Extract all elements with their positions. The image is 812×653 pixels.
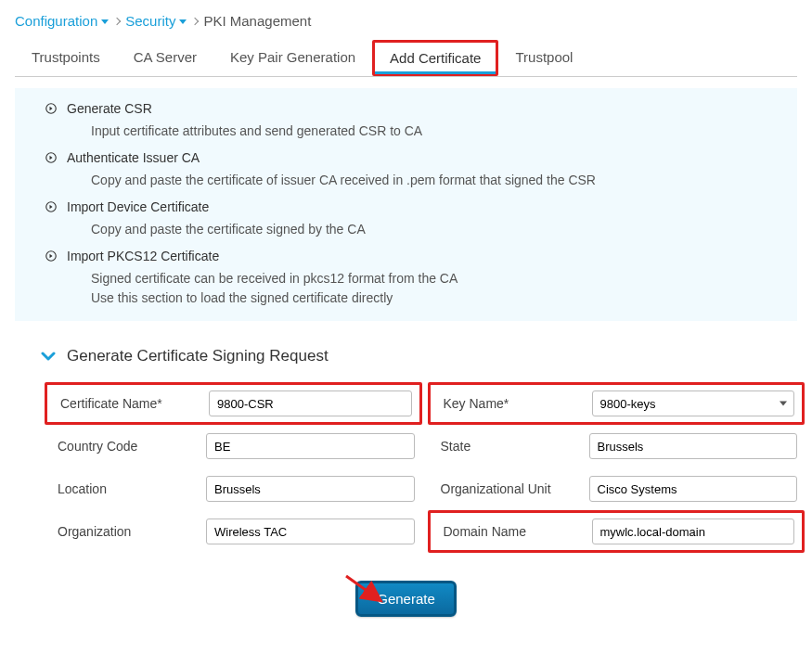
info-desc-text: Signed certificate can be received in pk…	[91, 269, 780, 308]
highlight-domain-name: Domain Name	[428, 510, 806, 553]
breadcrumb-security[interactable]: Security	[125, 13, 187, 29]
info-panel: Generate CSR Input certificate attribute…	[15, 88, 797, 321]
row-organization: Organization	[58, 510, 415, 553]
section-header-csr[interactable]: Generate Certificate Signing Request	[15, 343, 797, 382]
tab-key-pair-generation[interactable]: Key Pair Generation	[213, 40, 372, 76]
key-name-select[interactable]	[592, 391, 795, 416]
breadcrumb-configuration-label: Configuration	[15, 13, 97, 29]
arrow-right-circle-icon	[45, 200, 58, 213]
breadcrumb-configuration[interactable]: Configuration	[15, 13, 109, 29]
tab-trustpoints[interactable]: Trustpoints	[15, 40, 117, 76]
info-desc-text: Copy and paste the certificate signed by…	[91, 220, 780, 239]
chevron-right-icon	[113, 17, 121, 24]
highlight-key-name: Key Name*	[428, 382, 806, 425]
caret-down-icon	[101, 19, 109, 24]
info-desc-text: Input certificate attributes and send ge…	[91, 122, 780, 141]
arrow-right-circle-icon	[45, 250, 58, 262]
breadcrumb-security-label: Security	[125, 13, 175, 29]
caret-down-icon	[179, 19, 187, 24]
label-organization: Organization	[58, 524, 197, 539]
info-title-text: Authenticate Issuer CA	[67, 150, 200, 165]
row-location: Location	[58, 467, 415, 510]
tab-trustpool[interactable]: Trustpool	[498, 40, 589, 76]
label-key-name: Key Name*	[444, 396, 583, 411]
label-certificate-name: Certificate Name*	[60, 396, 200, 411]
info-import-device-cert: Import Device Certificate Copy and paste…	[71, 199, 780, 239]
label-location: Location	[58, 481, 197, 496]
label-country-code: Country Code	[58, 439, 197, 454]
arrow-right-circle-icon	[45, 102, 58, 115]
row-state: State	[441, 425, 798, 467]
label-state: State	[441, 439, 580, 454]
breadcrumb: Configuration Security PKI Management	[15, 9, 797, 40]
info-import-pkcs12: Import PKCS12 Certificate Signed certifi…	[71, 249, 780, 308]
info-title-text: Import Device Certificate	[67, 199, 209, 214]
organization-input[interactable]	[206, 519, 415, 544]
breadcrumb-current: PKI Management	[203, 13, 311, 29]
highlight-add-certificate: Add Certificate	[372, 40, 498, 76]
domain-name-input[interactable]	[592, 519, 795, 544]
tab-ca-server[interactable]: CA Server	[117, 40, 213, 76]
section-title: Generate Certificate Signing Request	[67, 347, 329, 365]
label-organizational-unit: Organizational Unit	[441, 481, 580, 496]
chevron-right-icon	[191, 17, 199, 24]
info-title-text: Generate CSR	[67, 101, 152, 116]
arrow-right-circle-icon	[45, 151, 58, 164]
row-country-code: Country Code	[58, 425, 415, 467]
info-title-text: Import PKCS12 Certificate	[67, 249, 219, 263]
csr-form: Certificate Name* Country Code Location …	[15, 382, 797, 553]
row-organizational-unit: Organizational Unit	[441, 467, 798, 510]
location-input[interactable]	[206, 476, 415, 502]
info-generate-csr: Generate CSR Input certificate attribute…	[71, 101, 780, 141]
chevron-down-icon	[41, 349, 56, 364]
certificate-name-input[interactable]	[209, 391, 412, 416]
organizational-unit-input[interactable]	[589, 476, 798, 502]
arrow-callout-icon	[342, 571, 388, 611]
button-row: Generate	[15, 581, 797, 617]
country-code-input[interactable]	[206, 433, 415, 459]
label-domain-name: Domain Name	[444, 524, 583, 539]
state-input[interactable]	[589, 433, 798, 459]
info-desc-text: Copy and paste the certificate of issuer…	[91, 171, 780, 190]
tab-add-certificate[interactable]: Add Certificate	[375, 43, 496, 74]
highlight-certificate-name: Certificate Name*	[45, 382, 422, 425]
tabs: Trustpoints CA Server Key Pair Generatio…	[15, 40, 797, 77]
info-authenticate-ca: Authenticate Issuer CA Copy and paste th…	[71, 150, 780, 190]
